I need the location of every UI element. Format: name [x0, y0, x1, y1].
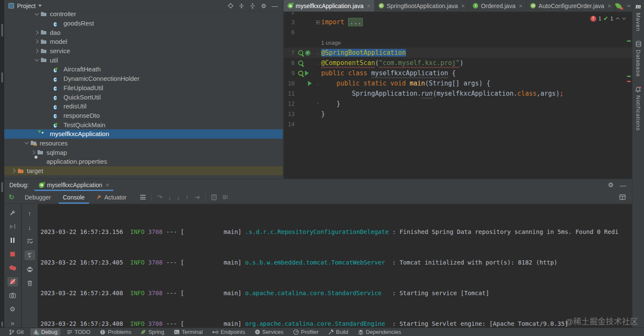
tab-ordered-java[interactable]: Ordered.java ×	[469, 0, 526, 11]
statusbar-item-git[interactable]: Git	[6, 328, 27, 336]
spring-boot-gutter-icon[interactable]	[305, 50, 310, 56]
tree-item-dynamicconnectionholder[interactable]: DynamicConnectionHolder	[4, 74, 283, 83]
tree-item-partial[interactable]	[4, 175, 283, 179]
threads-view-icon[interactable]	[140, 195, 146, 199]
soft-wrap-icon[interactable]	[25, 236, 35, 246]
tab-autoconfigureorder-java[interactable]: AutoConfigureOrder.java ×	[526, 0, 615, 11]
spring-bean-gutter-icon[interactable]	[298, 60, 303, 65]
up-stack-trace-icon[interactable]: ↑	[25, 208, 35, 218]
mute-breakpoints-icon[interactable]	[8, 277, 18, 286]
scrollbar-mark-red[interactable]	[627, 81, 631, 82]
tree-item-target[interactable]: target	[4, 166, 283, 176]
statusbar-item-dependencies[interactable]: Dependencies	[355, 328, 404, 336]
toolwindow-stripe-mark[interactable]	[1, 322, 3, 327]
tree-item-goodsrest[interactable]: goodsRest	[4, 19, 283, 28]
tree-item-sqlmap[interactable]: sqlmap	[4, 148, 283, 157]
camera-icon[interactable]	[8, 291, 18, 300]
close-icon[interactable]: ×	[519, 3, 522, 9]
chevron-down-icon[interactable]	[627, 4, 631, 8]
project-panel-title[interactable]: Project	[17, 3, 36, 9]
previous-problem-icon[interactable]	[615, 17, 620, 21]
tree-item-responsedto[interactable]: responseDto	[4, 111, 283, 120]
usages-inlay-hint[interactable]: 1 usage	[321, 40, 341, 46]
next-problem-icon[interactable]	[622, 17, 626, 21]
evaluate-expression-icon[interactable]	[211, 194, 217, 200]
gear-icon[interactable]: ⚙	[259, 2, 268, 10]
chevron-down-icon[interactable]	[33, 12, 40, 17]
left-toolwindow-strip[interactable]	[0, 0, 4, 327]
statusbar-item-endpoints[interactable]: Endpoints	[209, 328, 248, 336]
close-icon[interactable]: ×	[106, 182, 109, 188]
tab-myselfkxcapplication-java[interactable]: myselfkxcApplication.java ×	[284, 0, 375, 11]
chevron-down-icon[interactable]	[23, 140, 30, 146]
scrollbar-mark-green[interactable]	[627, 40, 631, 42]
tree-item-resources[interactable]: resources	[4, 139, 283, 148]
code-editor[interactable]: 2 3 + import ... 6 1 usage	[284, 12, 632, 179]
chevron-down-icon[interactable]	[33, 57, 40, 63]
force-step-into-icon[interactable]: ↓	[177, 194, 180, 201]
tree-item-dao[interactable]: dao	[4, 28, 283, 37]
statusbar-item-profiler[interactable]: Profiler	[290, 328, 322, 336]
sidebar-item-maven[interactable]: Maven	[635, 13, 641, 31]
close-icon[interactable]: ×	[461, 3, 465, 9]
spring-boot-app-gutter-icon[interactable]	[298, 71, 303, 76]
close-icon[interactable]: ×	[367, 3, 371, 9]
more-actions-icon[interactable]: »	[8, 319, 18, 327]
statusbar-item-problems[interactable]: Problems	[97, 328, 134, 336]
gear-icon[interactable]: ⚙	[608, 181, 614, 189]
sidebar-item-database[interactable]: Database	[635, 50, 641, 77]
close-icon[interactable]: ×	[607, 3, 611, 9]
tab-console[interactable]: Console	[57, 191, 91, 204]
statusbar-item-debug[interactable]: Debug	[30, 328, 60, 336]
maven-logo-icon[interactable]: m	[635, 3, 641, 10]
toolwindow-stripe-mark[interactable]	[1, 72, 3, 83]
statusbar-item-todo[interactable]: TODO	[64, 328, 93, 336]
tree-item-util[interactable]: util	[4, 55, 283, 65]
inspections-widget[interactable]: ! 1 ✔ 1	[590, 15, 626, 22]
sidebar-item-notifications[interactable]: Notifications	[635, 95, 641, 131]
resume-program-icon[interactable]	[8, 222, 18, 231]
database-icon[interactable]	[635, 41, 641, 47]
folded-imports[interactable]: ...	[348, 18, 363, 26]
tree-item-model[interactable]: model	[4, 37, 283, 46]
wrench-icon[interactable]	[8, 208, 18, 217]
collapse-all-button[interactable]	[237, 2, 246, 10]
debug-session-tab[interactable]: myselfkxcApplication ×	[34, 179, 113, 191]
annotation-token[interactable]: @SpringBootApplication	[321, 49, 406, 57]
tree-item-aircraftheath[interactable]: AircraftHeath	[4, 65, 283, 74]
tree-item-controller[interactable]: controller	[4, 12, 283, 19]
trash-icon[interactable]	[25, 279, 35, 288]
tab-actuator[interactable]: Actuator	[91, 191, 132, 204]
tree-item-fileuploadutil[interactable]: FileUploadUtil	[4, 83, 283, 93]
tree-item-myselfkxcapplication[interactable]: myselfkxcApplication	[4, 129, 283, 139]
tree-item-redisutil[interactable]: redisUtil	[4, 102, 283, 111]
toolwindow-stripe-mark[interactable]	[1, 24, 3, 37]
step-out-icon[interactable]: ↑	[186, 194, 189, 201]
statusbar-item-services[interactable]: Services	[252, 328, 287, 336]
console-log[interactable]: 2023-03-22 16:57:23.156 INFO 3708 --- [ …	[40, 204, 632, 327]
restore-layout-icon[interactable]	[619, 194, 626, 200]
statusbar-item-terminal[interactable]: Terminal	[171, 328, 206, 336]
spring-bean-gutter-icon[interactable]	[298, 50, 303, 55]
run-configuration-icon[interactable]	[615, 3, 622, 9]
tree-item-application-properties[interactable]: application.properties	[4, 157, 283, 166]
tab-springbootapplication-java[interactable]: SpringBootApplication.java ×	[375, 0, 469, 11]
chevron-down-icon[interactable]	[38, 5, 42, 7]
run-main-icon[interactable]	[308, 81, 312, 86]
expand-all-button[interactable]	[248, 2, 257, 10]
statusbar-item-build[interactable]: Build	[325, 328, 351, 336]
locate-file-button[interactable]	[226, 2, 235, 10]
statusbar-item-spring[interactable]: Spring	[138, 328, 167, 336]
tree-item-service[interactable]: service	[4, 46, 283, 56]
chevron-right-icon[interactable]	[33, 29, 40, 36]
step-over-icon[interactable]: ↷	[157, 194, 163, 201]
rerun-icon[interactable]: ↻	[4, 193, 19, 201]
stop-icon[interactable]	[8, 250, 18, 259]
hide-panel-button[interactable]: —	[620, 182, 626, 189]
gear-icon[interactable]: ⚙	[8, 305, 18, 313]
print-icon[interactable]	[25, 265, 35, 274]
scrollbar-mark-green[interactable]	[627, 76, 631, 77]
run-class-icon[interactable]	[305, 71, 309, 76]
tree-item-testquickmain[interactable]: TestQuickMain	[4, 120, 283, 129]
run-to-cursor-icon[interactable]: ⇥	[194, 194, 200, 201]
